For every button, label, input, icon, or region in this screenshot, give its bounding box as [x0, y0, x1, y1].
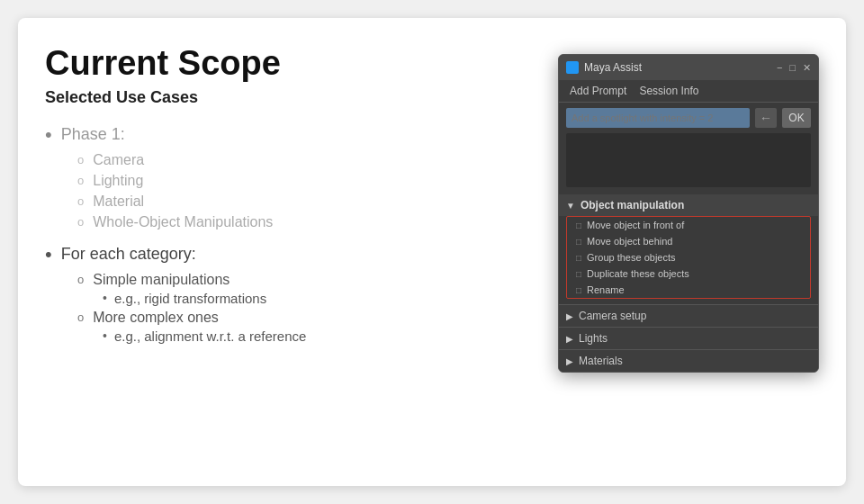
maya-icon — [566, 61, 579, 74]
expand-arrow-icon: ▶ — [566, 334, 573, 344]
phase-label: Phase 1: — [45, 123, 540, 147]
list-item[interactable]: Rename — [567, 282, 810, 298]
sub-label: More complex ones — [77, 310, 219, 326]
list-item: e.g., rigid transformations — [103, 291, 266, 306]
list-item: Material — [77, 194, 540, 210]
left-content: Current Scope Selected Use Cases Phase 1… — [45, 45, 558, 356]
maya-title: Maya Assist — [584, 61, 777, 74]
collapse-arrow-icon: ▼ — [566, 201, 575, 211]
subtitle: Selected Use Cases — [45, 88, 540, 107]
object-manipulation-header[interactable]: ▼ Object manipulation — [559, 194, 818, 216]
minimize-icon[interactable]: − — [777, 62, 782, 73]
prompt-input[interactable] — [566, 108, 750, 128]
maya-window-controls: − □ ✕ — [777, 62, 811, 74]
main-title: Current Scope — [45, 45, 540, 83]
bullet-list: Phase 1: Camera Lighting Material Whole-… — [45, 123, 540, 344]
sub-label: Simple manipulations — [77, 272, 230, 288]
materials-section[interactable]: ▶ Materials — [559, 349, 818, 372]
lights-section[interactable]: ▶ Lights — [559, 327, 818, 349]
section-title: Camera setup — [579, 310, 646, 322]
slide: Current Scope Selected Use Cases Phase 1… — [18, 18, 846, 486]
example-list: e.g., rigid transformations — [103, 291, 266, 306]
list-item: Simple manipulations e.g., rigid transfo… — [77, 272, 540, 306]
camera-setup-section[interactable]: ▶ Camera setup — [559, 304, 818, 327]
maya-window: Maya Assist − □ ✕ Add Prompt Session Inf… — [558, 54, 819, 373]
maximize-icon[interactable]: □ — [789, 62, 796, 73]
phase-item: Phase 1: Camera Lighting Material Whole-… — [45, 123, 540, 230]
list-item[interactable]: Group these objects — [567, 249, 810, 266]
list-item: e.g., alignment w.r.t. a reference — [103, 328, 306, 344]
phase-sub-list: Camera Lighting Material Whole-Object Ma… — [77, 152, 540, 230]
list-item: Camera — [77, 152, 540, 168]
expand-arrow-icon: ▶ — [566, 311, 573, 321]
section-title: Object manipulation — [580, 199, 684, 212]
section-title: Lights — [579, 332, 608, 345]
list-item[interactable]: Move object in front of — [567, 217, 810, 233]
category-item: For each category: Simple manipulations … — [45, 243, 540, 344]
maya-titlebar: Maya Assist − □ ✕ — [559, 55, 818, 80]
section-title: Materials — [579, 355, 623, 367]
back-arrow-button[interactable]: ← — [755, 108, 777, 128]
expand-arrow-icon: ▶ — [566, 356, 573, 366]
maya-text-area — [566, 133, 811, 187]
object-manipulation-items: Move object in front of Move object behi… — [566, 216, 811, 299]
maya-menubar: Add Prompt Session Info — [559, 80, 818, 103]
ok-button[interactable]: OK — [782, 108, 811, 128]
maya-input-row: ← OK — [559, 103, 818, 133]
close-icon[interactable]: ✕ — [803, 62, 811, 74]
category-label: For each category: — [45, 243, 540, 266]
list-item: Whole-Object Manipulations — [77, 214, 540, 230]
list-item[interactable]: Move object behind — [567, 233, 810, 249]
example-list: e.g., alignment w.r.t. a reference — [103, 328, 306, 344]
list-item: More complex ones e.g., alignment w.r.t.… — [77, 310, 540, 344]
session-info-menu[interactable]: Session Info — [634, 83, 704, 99]
list-item: Lighting — [77, 173, 540, 189]
list-item[interactable]: Duplicate these objects — [567, 266, 810, 282]
category-sub-list: Simple manipulations e.g., rigid transfo… — [77, 272, 540, 344]
add-prompt-menu[interactable]: Add Prompt — [564, 83, 632, 99]
